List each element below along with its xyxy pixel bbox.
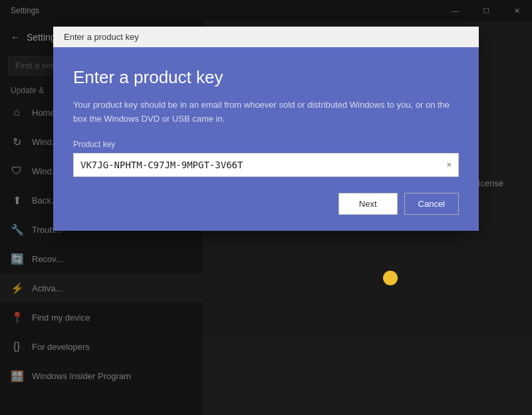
product-key-input-container: × xyxy=(73,153,459,177)
modal-actions: Next Cancel xyxy=(73,193,459,215)
modal-overlay: Enter a product key Enter a product key … xyxy=(0,0,532,415)
product-key-input[interactable] xyxy=(80,160,446,170)
product-key-modal: Enter a product key Enter a product key … xyxy=(53,27,479,231)
clear-input-icon[interactable]: × xyxy=(446,160,452,170)
modal-titlebar-text: Enter a product key xyxy=(64,32,139,42)
modal-heading: Enter a product key xyxy=(73,67,459,88)
next-button[interactable]: Next xyxy=(338,193,398,215)
product-key-label: Product key xyxy=(73,140,459,149)
modal-description: Your product key should be in an email f… xyxy=(73,98,459,126)
modal-titlebar: Enter a product key xyxy=(53,27,479,47)
cancel-button[interactable]: Cancel xyxy=(404,193,459,215)
modal-body: Enter a product key Your product key sho… xyxy=(53,47,479,231)
